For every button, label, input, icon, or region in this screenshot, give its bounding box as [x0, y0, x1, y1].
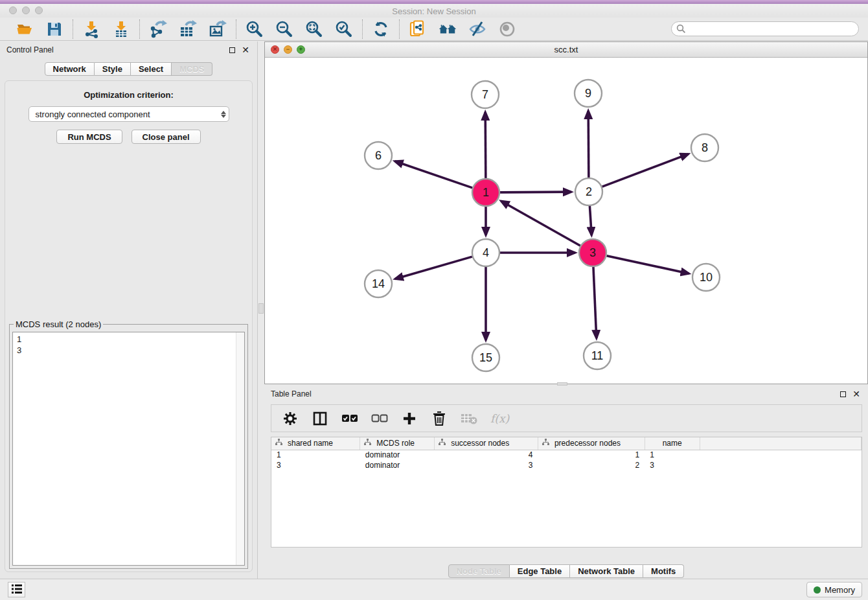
deselect-all-icon[interactable]: [371, 410, 388, 427]
export-image-icon[interactable]: [208, 19, 227, 39]
network-window-titlebar[interactable]: scc.txt ✕ − +: [265, 42, 867, 58]
column-header-MCDS-role[interactable]: MCDS role: [360, 437, 435, 450]
tab-select[interactable]: Select: [131, 62, 172, 76]
graph-edge-1-2[interactable]: [500, 192, 571, 192]
tab-node-table[interactable]: Node Table: [448, 564, 510, 578]
close-icon[interactable]: ✕: [852, 391, 860, 397]
network-minimize-button[interactable]: −: [284, 45, 292, 54]
column-header-shared-name[interactable]: shared name: [271, 437, 360, 450]
graph-node-15[interactable]: 15: [472, 344, 499, 371]
network-close-button[interactable]: ✕: [271, 45, 279, 54]
graph-node-4[interactable]: 4: [472, 239, 499, 266]
task-history-button[interactable]: [8, 582, 25, 597]
result-scrollbar[interactable]: [236, 332, 244, 565]
gear-icon[interactable]: [282, 410, 299, 427]
graph-edge-3-11[interactable]: [593, 267, 597, 338]
close-icon[interactable]: ✕: [242, 47, 249, 53]
graph-edge-3-1[interactable]: [501, 201, 580, 246]
refresh-icon[interactable]: [371, 19, 391, 39]
save-session-icon[interactable]: [45, 19, 64, 39]
tab-edge-table[interactable]: Edge Table: [510, 564, 570, 578]
tree-icon: [275, 439, 282, 448]
table-cell[interactable]: 1: [645, 450, 700, 460]
zoom-in-icon[interactable]: [245, 19, 264, 39]
import-network-icon[interactable]: [82, 19, 101, 39]
graph-edge-1-6[interactable]: [395, 161, 473, 188]
close-panel-button[interactable]: Close panel: [131, 130, 201, 144]
session-home-icon[interactable]: [438, 19, 457, 39]
graph-node-1[interactable]: 1: [472, 179, 499, 206]
optimization-criterion-select[interactable]: strongly connected component: [29, 106, 229, 122]
graph-node-label: 1: [483, 186, 489, 199]
table-row[interactable]: 1dominator411: [271, 450, 862, 460]
tab-motifs[interactable]: Motifs: [643, 564, 684, 578]
zoom-fit-icon[interactable]: [304, 19, 324, 39]
graph-node-2[interactable]: 2: [575, 178, 602, 205]
panel-splitter-handle[interactable]: [258, 303, 264, 314]
graph-node-9[interactable]: 9: [575, 80, 602, 107]
run-mcds-button[interactable]: Run MCDS: [56, 130, 122, 144]
graph-node-14[interactable]: 14: [365, 270, 392, 297]
graph-edge-2-9[interactable]: [588, 111, 589, 178]
table-row[interactable]: 3dominator323: [271, 460, 862, 470]
duplicate-network-icon[interactable]: [408, 19, 428, 39]
optimization-criterion-label: Optimization criterion:: [5, 90, 252, 100]
graph-node-10[interactable]: 10: [692, 264, 720, 291]
float-icon[interactable]: [229, 47, 235, 53]
table-cell[interactable]: dominator: [360, 460, 435, 470]
window-title: Session: New Session: [0, 6, 868, 16]
show-panel-icon[interactable]: [497, 19, 517, 39]
tab-mcds[interactable]: MCDS: [172, 62, 212, 76]
zoom-out-icon[interactable]: [275, 19, 294, 39]
graph-node-11[interactable]: 11: [584, 342, 611, 369]
zoom-selected-icon[interactable]: [334, 19, 354, 39]
hide-panel-icon[interactable]: [468, 19, 487, 39]
graph-node-label: 3: [589, 246, 596, 259]
tab-network[interactable]: Network: [45, 62, 95, 76]
memory-button[interactable]: Memory: [806, 582, 862, 597]
graph-node-label: 9: [585, 87, 591, 100]
delete-icon[interactable]: [431, 410, 448, 427]
table-cell[interactable]: 3: [271, 460, 360, 470]
network-window-title: scc.txt: [265, 45, 867, 54]
function-icon: f(x): [490, 412, 509, 425]
open-session-icon[interactable]: [15, 19, 34, 39]
window-titlebar: Session: New Session: [0, 4, 868, 17]
graph-edge-2-8[interactable]: [602, 154, 689, 187]
graph-node-label: 11: [591, 349, 604, 362]
tab-network-table[interactable]: Network Table: [570, 564, 643, 578]
table-cell[interactable]: 3: [435, 460, 538, 470]
table-cell[interactable]: 4: [435, 450, 538, 460]
table-panel-title: Table Panel: [271, 389, 312, 398]
graph-node-7[interactable]: 7: [472, 81, 499, 108]
table-cell[interactable]: 3: [645, 460, 700, 470]
export-table-icon[interactable]: [178, 19, 198, 39]
graph-node-3[interactable]: 3: [579, 239, 606, 266]
export-network-icon[interactable]: [148, 19, 168, 39]
column-header-name[interactable]: name: [645, 437, 700, 450]
select-all-icon[interactable]: [341, 410, 358, 427]
graph-node-8[interactable]: 8: [691, 134, 718, 161]
search-input[interactable]: [671, 21, 859, 36]
search-icon: [676, 24, 686, 36]
mcds-result-area[interactable]: 1 3: [12, 332, 245, 566]
graph-node-6[interactable]: 6: [365, 142, 392, 169]
table-cell[interactable]: 1: [271, 450, 360, 460]
import-table-icon[interactable]: [111, 19, 131, 39]
column-header-predecessor-nodes[interactable]: predecessor nodes: [538, 437, 645, 450]
float-icon[interactable]: [840, 391, 846, 397]
column-header-successor-nodes[interactable]: successor nodes: [435, 437, 538, 450]
graph-edge-1-7[interactable]: [485, 112, 486, 178]
node-table[interactable]: shared nameMCDS rolesuccessor nodesprede…: [271, 437, 862, 548]
add-icon[interactable]: [401, 410, 418, 427]
table-cell[interactable]: 2: [538, 460, 645, 470]
network-maximize-button[interactable]: +: [297, 45, 305, 54]
network-canvas[interactable]: 7968124314101511: [265, 58, 867, 384]
graph-edge-4-14[interactable]: [395, 257, 472, 279]
table-cell[interactable]: dominator: [360, 450, 435, 460]
tab-style[interactable]: Style: [95, 62, 131, 76]
graph-edge-2-3[interactable]: [589, 206, 591, 235]
table-cell[interactable]: 1: [538, 450, 645, 460]
columns-icon[interactable]: [312, 410, 328, 427]
graph-edge-3-10[interactable]: [606, 256, 689, 274]
